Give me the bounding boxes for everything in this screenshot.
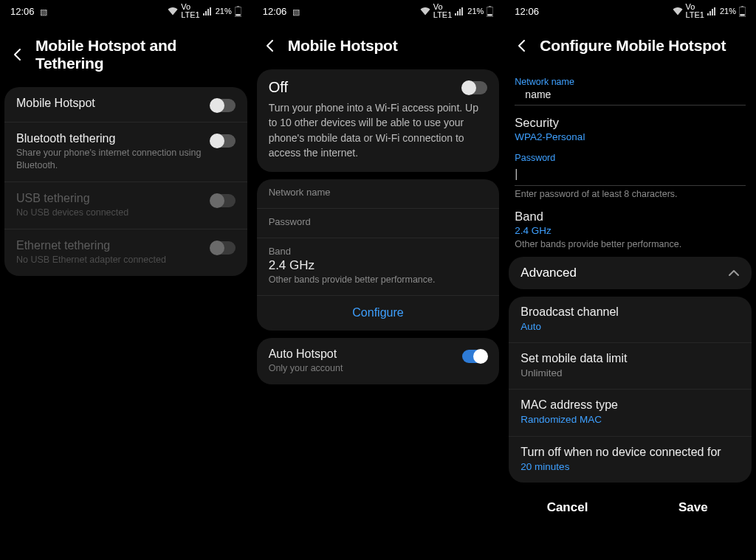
field-network-name[interactable]: Network name bbox=[257, 179, 500, 209]
field-hint: Other bands provide better performance. bbox=[515, 239, 746, 249]
status-bar: 12:06 ▧ VoLTE1 21% bbox=[252, 0, 504, 22]
svg-rect-2 bbox=[236, 14, 240, 16]
volte-icon: VoLTE1 bbox=[686, 3, 704, 19]
status-right: VoLTE1 21% bbox=[673, 3, 746, 19]
status-right: VoLTE1 21% bbox=[168, 3, 241, 19]
row-sub: Auto bbox=[520, 320, 740, 333]
chevron-up-icon bbox=[728, 269, 740, 277]
cancel-button[interactable]: Cancel bbox=[504, 500, 630, 515]
status-bar: 12:06 VoLTE1 21% bbox=[504, 0, 756, 22]
toggle-mobile-hotspot[interactable] bbox=[210, 99, 236, 112]
row-data-limit[interactable]: Set mobile data limit Unlimited bbox=[509, 343, 752, 390]
signal-icon bbox=[203, 7, 213, 15]
field-label: Security bbox=[515, 116, 746, 130]
row-broadcast-channel[interactable]: Broadcast channel Auto bbox=[509, 297, 752, 343]
battery-pct: 21% bbox=[720, 7, 736, 15]
toggle-ethernet-tethering bbox=[210, 241, 236, 255]
network-name-input[interactable]: name bbox=[515, 89, 746, 100]
battery-icon bbox=[235, 6, 241, 17]
field-value: 2.4 GHz bbox=[515, 225, 746, 236]
hotspot-desc: Turn your phone into a Wi-Fi access poin… bbox=[257, 100, 500, 172]
configure-form: Network name name Security WPA2-Personal… bbox=[504, 69, 756, 249]
status-right: VoLTE1 21% bbox=[420, 3, 494, 19]
field-label: Network name bbox=[269, 187, 488, 198]
image-icon: ▧ bbox=[292, 7, 300, 16]
row-bluetooth-tethering[interactable]: Bluetooth tethering Share your phone's i… bbox=[4, 122, 247, 182]
row-label: Turn off when no device connected for bbox=[520, 446, 740, 459]
status-left: 12:06 ▧ bbox=[10, 6, 47, 17]
configure-button[interactable]: Configure bbox=[257, 296, 500, 331]
field-security[interactable]: Security WPA2-Personal bbox=[515, 116, 746, 142]
row-label: Bluetooth tethering bbox=[16, 132, 203, 145]
row-hotspot-state[interactable]: Off bbox=[257, 69, 500, 100]
advanced-list: Broadcast channel Auto Set mobile data l… bbox=[509, 297, 752, 483]
clock: 12:06 bbox=[515, 6, 539, 17]
row-label: MAC address type bbox=[520, 398, 740, 412]
row-idle-timeout[interactable]: Turn off when no device connected for 20… bbox=[509, 437, 752, 483]
advanced-toggle-card: Advanced bbox=[509, 257, 752, 289]
field-network-name[interactable]: Network name name bbox=[515, 77, 746, 106]
page-title: Configure Mobile Hotspot bbox=[540, 37, 726, 55]
row-usb-tethering: USB tethering No USB devices connected bbox=[4, 182, 247, 229]
svg-rect-1 bbox=[237, 6, 239, 7]
toggle-auto-hotspot[interactable] bbox=[462, 350, 487, 363]
row-label: Mobile Hotspot bbox=[16, 97, 203, 110]
field-value: 2.4 GHz bbox=[269, 258, 488, 273]
svg-rect-7 bbox=[741, 6, 743, 7]
row-label: Set mobile data limit bbox=[520, 352, 740, 365]
row-mac-type[interactable]: MAC address type Randomized MAC bbox=[509, 390, 752, 436]
row-label: USB tethering bbox=[16, 192, 203, 205]
clock: 12:06 bbox=[10, 6, 35, 17]
toggle-bluetooth-tethering[interactable] bbox=[210, 134, 236, 148]
save-button[interactable]: Save bbox=[630, 500, 756, 515]
row-label: Auto Hotspot bbox=[269, 348, 456, 361]
hotspot-main-card: Off Turn your phone into a Wi-Fi access … bbox=[257, 69, 500, 172]
header: Configure Mobile Hotspot bbox=[504, 22, 756, 69]
image-icon: ▧ bbox=[40, 7, 47, 16]
row-mobile-hotspot[interactable]: Mobile Hotspot bbox=[4, 87, 247, 122]
battery-icon bbox=[487, 6, 493, 17]
row-sub: Randomized MAC bbox=[520, 413, 740, 426]
signal-icon bbox=[455, 7, 464, 15]
password-input[interactable]: | bbox=[515, 163, 746, 181]
advanced-toggle[interactable]: Advanced bbox=[509, 257, 752, 289]
status-left: 12:06 ▧ bbox=[263, 6, 300, 17]
row-label: Ethernet tethering bbox=[16, 239, 203, 252]
row-auto-hotspot[interactable]: Auto Hotspot Only your account bbox=[257, 338, 500, 384]
advanced-label: Advanced bbox=[520, 266, 577, 280]
button-bar: Cancel Save bbox=[504, 490, 756, 521]
field-hint: Enter password of at least 8 characters. bbox=[515, 189, 746, 199]
screen-configure: 12:06 VoLTE1 21% Configure Mobile Hotspo… bbox=[504, 0, 756, 560]
row-sub: No USB devices connected bbox=[16, 207, 203, 219]
field-band[interactable]: Band 2.4 GHz Other bands provide better … bbox=[257, 238, 500, 296]
status-left: 12:06 bbox=[515, 6, 539, 17]
volte-icon: VoLTE1 bbox=[181, 3, 199, 19]
tethering-list: Mobile Hotspot Bluetooth tethering Share… bbox=[4, 87, 247, 276]
back-icon[interactable] bbox=[515, 38, 529, 53]
clock: 12:06 bbox=[263, 6, 287, 17]
svg-rect-5 bbox=[488, 14, 492, 16]
toggle-usb-tethering bbox=[210, 194, 236, 207]
toggle-hotspot[interactable] bbox=[462, 81, 487, 94]
battery-icon bbox=[739, 6, 746, 17]
row-sub: Only your account bbox=[269, 362, 456, 375]
row-sub: Share your phone's internet connection u… bbox=[16, 147, 203, 172]
battery-pct: 21% bbox=[467, 7, 484, 15]
field-hint: Other bands provide better performance. bbox=[269, 274, 488, 285]
row-label: Broadcast channel bbox=[520, 305, 740, 319]
field-password[interactable]: Password bbox=[257, 209, 500, 238]
back-icon[interactable] bbox=[263, 38, 278, 53]
row-sub: 20 minutes bbox=[520, 460, 740, 474]
header: Mobile Hotspot and Tethering bbox=[0, 22, 252, 87]
hotspot-config-card: Network name Password Band 2.4 GHz Other… bbox=[257, 179, 500, 331]
field-label: Network name bbox=[515, 77, 746, 87]
field-band[interactable]: Band 2.4 GHz Other bands provide better … bbox=[515, 210, 746, 249]
field-password[interactable]: Password | Enter password of at least 8 … bbox=[515, 153, 746, 199]
screen-tethering: 12:06 ▧ VoLTE1 21% Mobile Hotspot and Te… bbox=[0, 0, 252, 560]
wifi-icon bbox=[420, 7, 430, 15]
back-icon[interactable] bbox=[10, 47, 25, 62]
battery-pct: 21% bbox=[216, 7, 232, 15]
field-value: WPA2-Personal bbox=[515, 131, 746, 142]
field-label: Password bbox=[515, 153, 746, 163]
field-label: Band bbox=[269, 246, 488, 257]
